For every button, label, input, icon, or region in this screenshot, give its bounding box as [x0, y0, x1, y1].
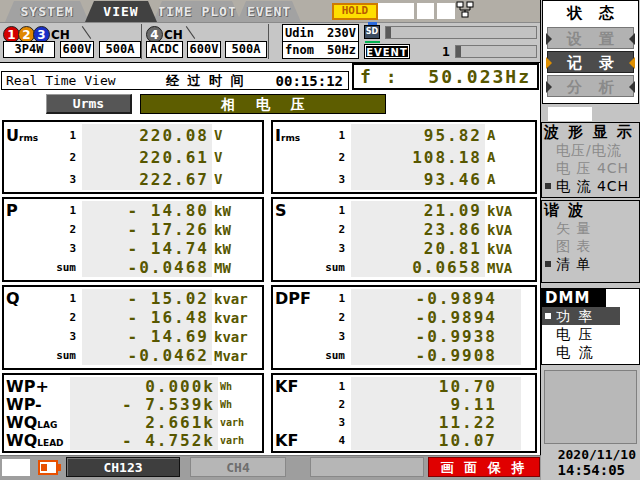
- view-title: Real Time View: [6, 73, 116, 88]
- row-value: 108.18: [351, 146, 485, 168]
- row-unit: Wh: [218, 399, 260, 410]
- measurement-row: sum -0.0462 Mvar: [6, 346, 260, 365]
- row-index: 1: [325, 129, 351, 142]
- event-count: 1: [442, 44, 450, 59]
- tab-view[interactable]: VIEW: [85, 1, 157, 22]
- row-value: 10.70: [351, 377, 521, 396]
- row-unit: kvar: [212, 310, 260, 326]
- sidebar-item-record[interactable]: 记 录: [547, 51, 634, 73]
- sidebar-item-settings[interactable]: 设 置: [547, 27, 634, 49]
- row-index: 3: [325, 416, 351, 429]
- panel-urms: Urms 1 220.08 V 2 220.61 V 3 222.67 V: [2, 120, 264, 194]
- sd-usage-bar: [385, 26, 537, 39]
- tab-time-plot[interactable]: TIME PLOT: [153, 1, 241, 22]
- row-index: 2: [56, 311, 82, 324]
- voltage-range-button[interactable]: 600V: [60, 41, 94, 58]
- sidebar: 状 态 设 置 记 录 分 析 波 形 显 示 电压/电流 电 压 4CH 电 …: [540, 0, 640, 480]
- sidebar-item-voltage-4ch[interactable]: 电 压 4CH: [542, 159, 639, 177]
- left-arrow-icon: [546, 57, 552, 69]
- panel-energy: WP+ 0.000k Wh WP- - 7.539k Wh WQLAG 2.66…: [2, 373, 264, 453]
- row-index: 1: [325, 292, 351, 305]
- row-value: 11.22: [351, 413, 521, 432]
- left-arrow-icon: [546, 81, 552, 93]
- nominal-settings-box: Udin230V fnom50Hz: [282, 24, 359, 59]
- panel-label: WQLAG: [6, 413, 70, 432]
- row-unit: kVA: [485, 222, 533, 238]
- coupling-button[interactable]: ACDC: [146, 41, 183, 58]
- row-value: 220.61: [82, 146, 212, 168]
- row-index: 2: [325, 151, 351, 164]
- measurement-row: 2 108.18 A: [275, 146, 533, 168]
- row-index: 1: [325, 380, 351, 393]
- system-time: 14:54:05: [541, 462, 633, 478]
- right-arrow-icon: [629, 81, 635, 93]
- phase-voltage-heading: 相 电 压: [140, 94, 386, 114]
- ch123-tab-button[interactable]: CH123: [66, 457, 180, 477]
- sidebar-item-power[interactable]: 功 率: [542, 307, 620, 325]
- status-row: Real Time View 经 过 时 间 00:15:12: [1, 71, 349, 90]
- panel-label: KF: [275, 377, 325, 396]
- current-range-button[interactable]: 500A: [225, 41, 267, 58]
- measurement-row: 2 - 17.26 kW: [6, 220, 260, 239]
- frequency-readout: f : 50.023Hz: [352, 63, 539, 90]
- sidebar-item-voltage[interactable]: 电 压: [542, 325, 639, 343]
- row-unit: varh: [218, 435, 260, 446]
- dmm-section-title: DMM: [542, 289, 606, 307]
- sidebar-item-analysis[interactable]: 分 析: [547, 75, 634, 97]
- sidebar-item-current-4ch[interactable]: 电 流 4CH: [542, 177, 639, 195]
- measurement-row: Urms 1 220.08 V: [6, 124, 260, 146]
- row-value: -0.9938: [351, 327, 521, 346]
- udin-label: Udin: [285, 26, 314, 40]
- row-index: sum: [56, 349, 82, 362]
- row-unit: kW: [212, 241, 260, 257]
- fnom-value: 50Hz: [327, 43, 356, 57]
- fnom-setting: fnom50Hz: [282, 41, 359, 59]
- row-unit: Mvar: [212, 348, 260, 364]
- sidebar-item-graph[interactable]: 图 表: [542, 237, 639, 255]
- row-value: 0.0658: [351, 258, 485, 277]
- row-unit: kVA: [485, 241, 533, 257]
- row-value: 95.82: [351, 124, 485, 146]
- current-range-button[interactable]: 500A: [99, 41, 141, 58]
- row-unit: V: [212, 149, 260, 165]
- left-arrow-icon: [546, 33, 552, 45]
- sidebar-item-vector[interactable]: 矢 量: [542, 219, 639, 237]
- panel-label: Urms: [6, 126, 56, 145]
- bullet-icon: [545, 313, 551, 319]
- measurement-row: 3 -0.9938: [275, 327, 533, 346]
- row-value: - 14.69: [82, 327, 212, 346]
- sidebar-item-current[interactable]: 电 流: [542, 343, 639, 361]
- row-value: 222.67: [82, 168, 212, 190]
- ch4-tab-button[interactable]: CH4: [190, 457, 286, 477]
- tab-system[interactable]: SYSTEM: [5, 1, 89, 22]
- elapsed-time-label: 经 过 时 间: [166, 72, 246, 90]
- row-value: - 4.752k: [70, 431, 218, 450]
- measurement-row: 3 93.46 A: [275, 168, 533, 190]
- panel-displacement-power-factor: DPF 1 -0.9894 2 -0.9894 3 -0.9938 sum -0…: [271, 285, 537, 370]
- measurement-row: WQLAG 2.661k varh: [6, 413, 260, 431]
- sd-usage-fill: [386, 27, 391, 38]
- measurement-row: P 1 - 14.80 kW: [6, 201, 260, 220]
- sidebar-item-list[interactable]: 清 单: [542, 255, 639, 273]
- row-value: -0.0462: [82, 346, 212, 365]
- tab-event[interactable]: EVENT: [237, 1, 301, 22]
- status-title: 状 态: [543, 1, 638, 25]
- divider: [82, 26, 91, 39]
- panel-irms: Irms 1 95.82 A 2 108.18 A 3 93.46 A: [271, 120, 537, 194]
- row-index: 3: [325, 173, 351, 186]
- screen-hold-button[interactable]: 画 面 保 持: [428, 457, 540, 477]
- row-value: -0.0468: [82, 258, 212, 277]
- sidebar-item-voltage-current[interactable]: 电压/电流: [542, 141, 639, 159]
- row-value: 10.07: [351, 431, 521, 450]
- row-unit: varh: [218, 417, 260, 428]
- panel-label: Irms: [275, 126, 325, 145]
- harmonics-section-title: 谐 波: [542, 201, 639, 219]
- main-view: Real Time View 经 过 时 间 00:15:12 f : 50.0…: [0, 62, 541, 455]
- voltage-range-button[interactable]: 600V: [187, 41, 221, 58]
- frequency-value: 50.023Hz: [428, 66, 531, 87]
- urms-mode-button[interactable]: Urms: [46, 94, 132, 114]
- wiring-mode-button[interactable]: 3P4W: [3, 41, 55, 58]
- row-value: -0.9894: [351, 308, 521, 327]
- blank-button[interactable]: [310, 457, 424, 477]
- row-value: - 17.26: [82, 220, 212, 239]
